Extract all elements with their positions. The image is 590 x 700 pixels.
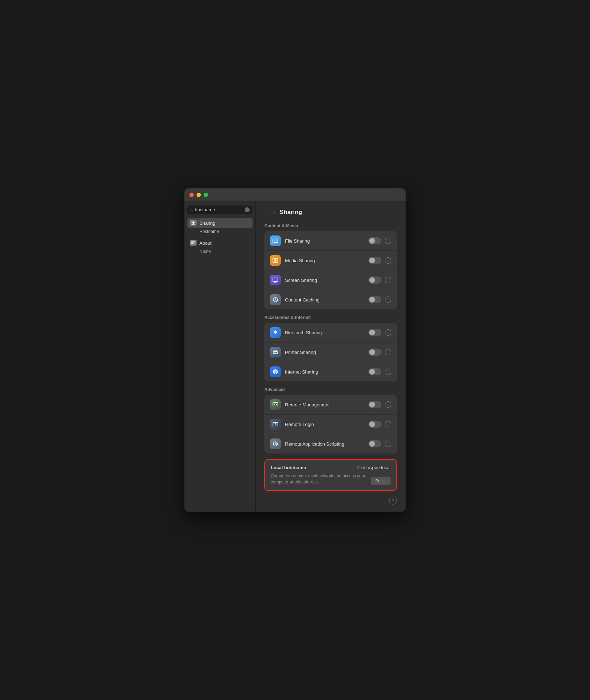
content-media-card: File Sharing i Media Sh [264,231,397,309]
advanced-card: Remote Management i Rem [264,395,397,453]
section-label-content-media: Content & Media [264,223,397,228]
local-hostname-label: Local hostname [271,465,306,470]
remote-app-scripting-controls: i [368,440,391,447]
back-button[interactable]: ‹ [264,208,269,216]
remote-login-row: Remote Login i [264,415,397,434]
content-caching-row: Content Caching i [264,290,397,309]
sidebar-item-about[interactable]: About [187,238,253,248]
remote-management-controls: i [368,401,391,408]
about-icon [190,240,197,246]
printer-sharing-toggle[interactable] [368,349,381,356]
screen-sharing-toggle[interactable] [368,277,381,284]
printer-sharing-controls: i [368,349,391,356]
file-sharing-info-button[interactable]: i [385,238,391,244]
internet-sharing-controls: i [368,368,391,375]
screen-sharing-info-button[interactable]: i [385,277,391,283]
window-body: ⌕ ✕ Sharing Hostname [184,201,406,512]
internet-sharing-icon [270,366,281,377]
content-caching-info-button[interactable]: i [385,296,391,303]
local-hostname-card: Local hostname CialloAppe.local Computer… [264,459,397,491]
bluetooth-sharing-controls: i [368,329,391,336]
media-sharing-icon [270,255,281,266]
internet-sharing-label: Internet Sharing [285,369,364,375]
sidebar-item-sharing[interactable]: Sharing [187,218,253,228]
bluetooth-sharing-info-button[interactable]: i [385,329,391,336]
svg-point-25 [274,404,275,405]
printer-sharing-label: Printer Sharing [285,350,364,355]
media-sharing-info-button[interactable]: i [385,257,391,264]
local-hostname-top: Local hostname CialloAppe.local [271,465,391,470]
search-bar[interactable]: ⌕ ✕ [187,206,253,214]
screen-sharing-icon [270,275,281,285]
sidebar-sub-name[interactable]: Name [187,248,253,255]
media-sharing-row: Media Sharing i [264,251,397,270]
bluetooth-sharing-row: Bluetooth Sharing i [264,323,397,343]
svg-rect-24 [273,402,278,406]
svg-rect-11 [273,278,278,281]
remote-login-controls: i [368,421,391,428]
sharing-icon [190,220,197,226]
media-sharing-toggle[interactable] [368,257,381,264]
svg-point-26 [276,404,277,405]
svg-rect-16 [274,350,277,352]
media-sharing-controls: i [368,257,391,264]
internet-sharing-info-button[interactable]: i [385,369,391,375]
sidebar-sharing-label: Sharing [199,220,215,226]
svg-rect-0 [192,224,195,225]
internet-sharing-row: Internet Sharing i [264,362,397,381]
system-preferences-window: ⌕ ✕ Sharing Hostname [184,188,406,512]
local-hostname-value: CialloAppe.local [357,465,391,470]
file-sharing-controls: i [368,237,391,244]
printer-sharing-row: Printer Sharing i [264,343,397,362]
remote-management-row: Remote Management i [264,395,397,415]
svg-line-30 [275,442,276,445]
remote-app-scripting-label: Remote Application Scripting [285,441,364,447]
file-sharing-toggle[interactable] [368,237,381,244]
screen-sharing-row: Screen Sharing i [264,270,397,290]
search-input[interactable] [195,207,243,212]
remote-management-toggle[interactable] [368,401,381,408]
remote-login-icon [270,419,281,430]
search-clear-button[interactable]: ✕ [245,207,250,212]
file-sharing-icon [270,235,281,246]
remote-app-scripting-info-button[interactable]: i [385,441,391,447]
svg-rect-4 [273,239,278,243]
search-icon: ⌕ [190,207,193,212]
remote-app-scripting-row: Remote Application Scripting i [264,434,397,453]
bluetooth-sharing-toggle[interactable] [368,329,381,336]
main-header: ‹ › Sharing [264,208,397,216]
remote-app-scripting-toggle[interactable] [368,440,381,447]
printer-sharing-info-button[interactable]: i [385,349,391,355]
content-caching-toggle[interactable] [368,296,381,303]
maximize-button[interactable] [204,193,208,197]
remote-management-label: Remote Management [285,402,364,407]
about-sidebar-icon [190,240,197,246]
section-label-advanced: Advanced [264,387,397,392]
screen-sharing-label: Screen Sharing [285,278,364,283]
forward-button[interactable]: › [272,208,276,216]
internet-sharing-toggle[interactable] [368,368,381,375]
close-button[interactable] [189,193,194,197]
edit-button[interactable]: Edit... [371,477,391,485]
file-sharing-label: File Sharing [285,238,364,244]
title-bar [184,188,406,201]
local-hostname-bottom: Computers on your local network can acce… [271,473,391,485]
remote-management-icon [270,399,281,410]
main-content: ‹ › Sharing Content & Media [256,201,406,512]
file-sharing-row: File Sharing i [264,231,397,251]
help-button[interactable]: ? [389,497,397,504]
remote-login-label: Remote Login [285,422,364,427]
remote-management-info-button[interactable]: i [385,401,391,408]
minimize-button[interactable] [197,193,201,197]
sharing-sidebar-icon [190,220,197,226]
remote-login-toggle[interactable] [368,421,381,428]
sidebar: ⌕ ✕ Sharing Hostname [184,201,256,512]
sidebar-about-label: About [199,240,212,246]
remote-login-info-button[interactable]: i [385,421,391,427]
bluetooth-sharing-label: Bluetooth Sharing [285,330,364,335]
content-caching-controls: i [368,296,391,303]
content-caching-icon [270,294,281,305]
sidebar-sub-hostname[interactable]: Hostname [187,228,253,235]
page-title: Sharing [280,209,302,216]
screen-sharing-controls: i [368,277,391,284]
